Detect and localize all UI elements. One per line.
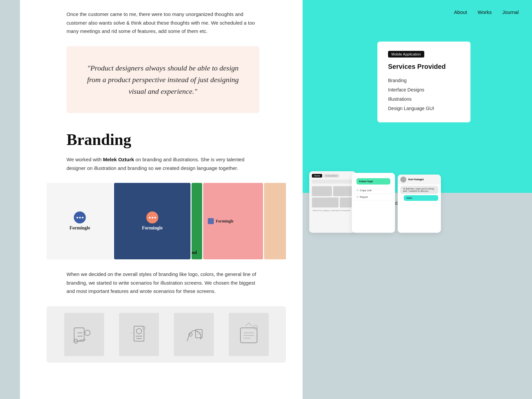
illustration-2: [119, 313, 159, 356]
phone-search-bar: [312, 180, 353, 184]
service-item-1: Branding: [388, 76, 460, 85]
dot: [154, 217, 156, 218]
designer-name: Melek Ozturk: [103, 157, 134, 162]
service-item-3: Illustrations: [388, 94, 460, 104]
svg-point-1: [85, 330, 90, 335]
phone-content-row-1: [312, 186, 353, 196]
svg-point-20: [253, 325, 257, 329]
branding-image: Formingle Formingle Minglehood Formingle: [47, 183, 286, 259]
service-item-2: Interface Designs: [388, 85, 460, 94]
brand-name-white: Formingle: [69, 225, 90, 231]
illus-svg-1: [71, 321, 97, 348]
phone-header-1: Home Subscribed: [312, 174, 353, 178]
content-block-2: [333, 186, 353, 196]
content-block-4: [340, 198, 353, 207]
illus-svg-2: [126, 321, 152, 348]
popup-item-label-1: Copy Link: [360, 189, 372, 192]
service-item-4: Design Language GUI: [388, 104, 460, 113]
brand-logo-row: Formingle: [208, 218, 233, 224]
brand-name-green: Minglehood: [192, 250, 197, 255]
tab-subscribed: Subscribed: [324, 174, 339, 178]
popup-content: Follow Topic Copy Link Report: [352, 173, 395, 203]
phone-mockup-1: Home Subscribed Search for category, use…: [309, 171, 356, 233]
chat-bubble-sent: Hello!: [404, 195, 438, 201]
brand-logo-small: [208, 218, 214, 224]
popup-item-2: Report: [354, 194, 393, 200]
phone-screen-1: Home Subscribed Search for category, use…: [309, 171, 356, 233]
chat-header: Karl Kalagin: [398, 175, 441, 185]
phone-popup: Follow Topic Copy Link Report: [352, 173, 395, 233]
illustrations-row: [47, 306, 286, 363]
brand-card-white: Formingle: [47, 183, 113, 259]
popup-dot-2: [356, 196, 358, 198]
intro-text: Once the customer came to me, there were…: [66, 10, 259, 36]
phone-search-text: Search for category, username or keyword: [312, 209, 353, 211]
logo-dots: [76, 217, 83, 218]
popup-topic: Follow Topic: [356, 178, 390, 185]
logo-icon-navy: [146, 211, 158, 223]
illustration-3: [174, 313, 214, 356]
dot: [76, 217, 78, 218]
dot: [149, 217, 151, 218]
dot: [82, 217, 83, 218]
svg-point-7: [136, 329, 142, 334]
popup-item-label-2: Report: [360, 196, 368, 199]
branding-desc-pre: We worked with: [66, 157, 103, 162]
quote-text: "Product designers always should be able…: [86, 62, 239, 97]
nav-works[interactable]: Works: [478, 9, 492, 15]
brand-card-green: Minglehood: [192, 183, 202, 259]
right-nav: About Works Journal: [303, 0, 532, 15]
chat-bubble-received: Hi Balchan, hope you're doing well. I wa…: [400, 186, 438, 194]
popup-item-1: Copy Link: [354, 187, 393, 194]
quote-block: "Product designers always should be able…: [66, 46, 259, 113]
brand-name-pink: Formingle: [216, 219, 233, 224]
phone-content-row-2: [312, 198, 353, 207]
main-content: Once the customer came to me, there were…: [20, 0, 303, 399]
brand-name-navy: Formingle: [142, 225, 163, 231]
chat-name-block: Karl Kalagin: [408, 178, 424, 181]
chat-avatar: [400, 177, 406, 183]
illus-svg-3: [181, 321, 207, 348]
phone-chat: Karl Kalagin Hi Balchan, hope you're doi…: [398, 175, 441, 233]
services-list: Branding Interface Designs Illustrations…: [388, 76, 460, 113]
chat-name: Karl Kalagin: [408, 178, 424, 181]
popup-dot-1: [356, 189, 358, 191]
left-gutter: [0, 0, 20, 399]
brand-card-peach: [264, 183, 286, 259]
content-block-3: [312, 198, 338, 207]
right-top-section: About Works Journal Mobile Application S…: [303, 0, 532, 193]
right-bottom-section: e in Norway, Sweden, est features from d…: [303, 193, 532, 233]
illustration-4: [229, 313, 269, 356]
nav-journal[interactable]: Journal: [502, 9, 519, 15]
logo-icon-white: [74, 211, 86, 223]
branding-title: Branding: [66, 130, 283, 149]
brand-card-pink: Formingle: [203, 183, 263, 259]
app-screenshots: Home Subscribed Search for category, use…: [303, 166, 532, 233]
services-title: Services Provided: [388, 63, 460, 70]
dot: [152, 217, 153, 218]
svg-line-5: [79, 339, 86, 340]
branding-desc: We worked with Melek Ozturk on branding …: [66, 155, 259, 172]
services-card: Mobile Application Services Provided Bra…: [377, 42, 470, 122]
nav-about[interactable]: About: [454, 9, 467, 15]
tab-home: Home: [312, 174, 322, 178]
content-block-1: [312, 186, 332, 196]
brand-card-navy: Formingle: [114, 183, 191, 259]
bottom-text: When we decided on the overall styles of…: [66, 270, 259, 296]
illus-svg-4: [235, 321, 262, 348]
dot: [79, 217, 81, 218]
mobile-badge: Mobile Application: [388, 51, 424, 58]
illustration-1: [64, 313, 104, 356]
logo-dots-navy: [149, 217, 156, 218]
right-panel: About Works Journal Mobile Application S…: [303, 0, 532, 399]
